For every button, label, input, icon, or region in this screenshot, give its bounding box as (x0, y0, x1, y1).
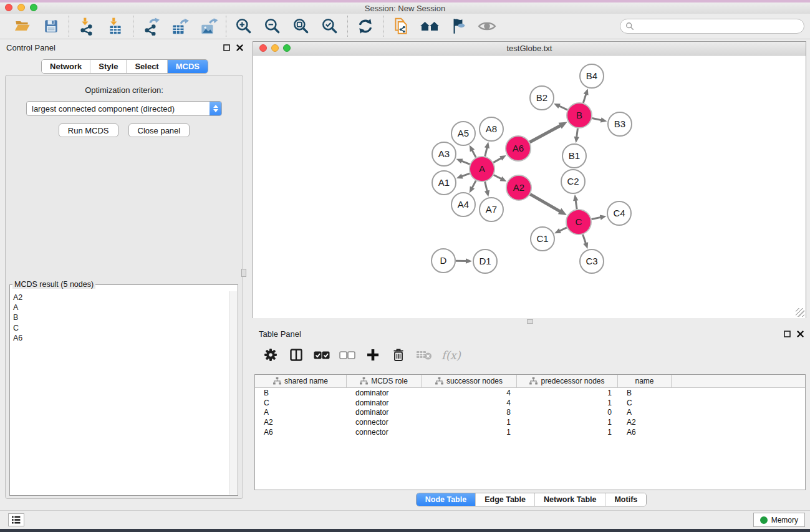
float-panel-icon[interactable] (784, 331, 791, 337)
delete-table-icon[interactable] (415, 346, 433, 364)
table-cell[interactable]: B (618, 389, 672, 397)
graph-node-B1[interactable]: B1 (562, 144, 586, 168)
graph-node-B2[interactable]: B2 (530, 86, 554, 110)
tab-mcds[interactable]: MCDS (167, 60, 208, 73)
export-network-icon[interactable] (141, 16, 161, 36)
result-scrollbar[interactable] (229, 291, 237, 495)
column-header-shared-name[interactable]: shared name (255, 375, 347, 387)
deselect-all-checkboxes-icon[interactable] (338, 346, 357, 364)
add-column-icon[interactable] (364, 346, 382, 364)
zoom-out-icon[interactable] (263, 16, 282, 36)
zoom-fit-icon[interactable] (291, 16, 311, 36)
table-cell[interactable]: A2 (255, 418, 347, 427)
table-cell[interactable]: dominator (347, 408, 422, 417)
select-stepper[interactable] (210, 102, 221, 115)
import-network-icon[interactable] (77, 16, 97, 36)
graph-edge-A-A6[interactable] (493, 158, 502, 163)
graph-edge-A-A3[interactable] (461, 161, 470, 165)
export-image-icon[interactable] (198, 16, 218, 36)
table-cell[interactable]: 8 (422, 408, 517, 417)
minimize-window-button[interactable] (17, 4, 25, 11)
graph-edge-B-B2[interactable] (558, 105, 567, 110)
gear-icon[interactable] (261, 346, 280, 364)
table-cell[interactable]: A (618, 408, 672, 417)
select-all-checkboxes-icon[interactable] (312, 346, 331, 364)
search-field[interactable] (620, 19, 804, 34)
delete-column-icon[interactable] (389, 346, 408, 364)
table-cell[interactable]: A2 (618, 418, 672, 427)
column-header-MCDS-role[interactable]: MCDS role (347, 375, 422, 387)
graph-node-D[interactable]: D (432, 249, 455, 273)
table-cell[interactable]: dominator (347, 389, 422, 397)
clone-network-icon[interactable] (391, 16, 411, 36)
graph-edge-A-A7[interactable] (485, 181, 488, 191)
zoom-selected-icon[interactable] (320, 16, 340, 36)
graph-node-B[interactable]: B (567, 103, 592, 128)
toggle-graphics-details-icon[interactable] (448, 16, 468, 36)
table-row[interactable]: Bdominator41B (255, 388, 805, 398)
table-cell[interactable]: A6 (618, 428, 672, 437)
tab-motifs[interactable]: Motifs (605, 493, 646, 506)
tab-style[interactable]: Style (90, 60, 126, 73)
graph-node-B4[interactable]: B4 (580, 64, 604, 88)
graph-node-A3[interactable]: A3 (432, 142, 456, 166)
graph-edge-A-A5[interactable] (472, 150, 476, 158)
graph-node-C3[interactable]: C3 (580, 249, 604, 273)
column-header-successor-nodes[interactable]: successor nodes (422, 375, 517, 387)
graph-edge-C-C4[interactable] (592, 217, 602, 219)
save-session-icon[interactable] (41, 16, 61, 36)
tab-node-table[interactable]: Node Table (417, 493, 475, 506)
search-input[interactable] (637, 21, 804, 32)
graph-node-A8[interactable]: A8 (480, 117, 503, 141)
run-mcds-button[interactable]: Run MCDS (59, 123, 118, 137)
graph-edge-A-A1[interactable] (461, 173, 470, 177)
table-cell[interactable]: A (255, 408, 347, 417)
table-cell[interactable]: 1 (422, 418, 517, 427)
node-table[interactable]: shared nameMCDS rolesuccessor nodesprede… (254, 374, 806, 490)
table-cell[interactable]: 1 (517, 389, 618, 397)
open-session-icon[interactable] (12, 16, 32, 36)
float-panel-icon[interactable] (223, 44, 230, 51)
graph-node-C4[interactable]: C4 (607, 201, 631, 225)
graph-edge-A-A2[interactable] (494, 175, 503, 180)
table-cell[interactable]: 1 (422, 428, 517, 437)
graph-node-C[interactable]: C (566, 210, 591, 235)
graph-edge-A-A4[interactable] (472, 181, 476, 189)
refresh-view-icon[interactable] (355, 16, 375, 36)
graph-edge-C-C3[interactable] (583, 235, 586, 244)
result-item[interactable]: B (13, 312, 229, 322)
table-cell[interactable]: connector (347, 428, 422, 437)
tab-network-table[interactable]: Network Table (534, 493, 605, 506)
result-item[interactable]: A6 (13, 333, 229, 343)
table-cell[interactable]: 1 (517, 399, 618, 407)
table-cell[interactable]: B (255, 389, 347, 397)
table-cell[interactable]: 1 (517, 418, 618, 427)
graph-edge-A2-C[interactable] (530, 194, 561, 211)
table-cell[interactable]: A6 (255, 428, 347, 437)
graph-node-C1[interactable]: C1 (531, 227, 554, 251)
zoom-window-button[interactable] (30, 4, 37, 11)
graph-node-A7[interactable]: A7 (480, 198, 503, 221)
close-panel-icon[interactable] (236, 44, 243, 51)
result-item[interactable]: C (13, 323, 229, 333)
window-resize-grip[interactable] (796, 308, 804, 317)
function-builder-icon[interactable]: f(x) (441, 349, 461, 362)
tab-network[interactable]: Network (42, 60, 90, 73)
table-row[interactable]: Cdominator41C (255, 398, 805, 408)
close-panel-button[interactable]: Close panel (128, 123, 190, 137)
network-window-titlebar[interactable]: testGlobe.txt (253, 42, 806, 56)
table-cell[interactable]: 4 (422, 399, 517, 407)
graph-node-A5[interactable]: A5 (451, 122, 475, 145)
table-cell[interactable]: dominator (347, 399, 422, 407)
table-cell[interactable]: C (255, 399, 347, 407)
table-cell[interactable]: connector (347, 418, 422, 427)
network-canvas[interactable]: AA1A2A3A4A5A6A7A8BB1B2B3B4CC1C2C3C4DD1 (253, 56, 806, 318)
table-cell[interactable]: C (618, 399, 672, 407)
graph-node-D1[interactable]: D1 (473, 249, 497, 273)
network-graph[interactable]: AA1A2A3A4A5A6A7A8BB1B2B3B4CC1C2C3C4DD1 (253, 56, 806, 318)
home-views-icon[interactable] (420, 16, 440, 36)
task-history-button[interactable] (8, 513, 24, 526)
graph-node-A2[interactable]: A2 (506, 175, 531, 200)
memory-button[interactable]: Memory (753, 513, 805, 527)
graph-edge-B-B3[interactable] (592, 118, 602, 120)
